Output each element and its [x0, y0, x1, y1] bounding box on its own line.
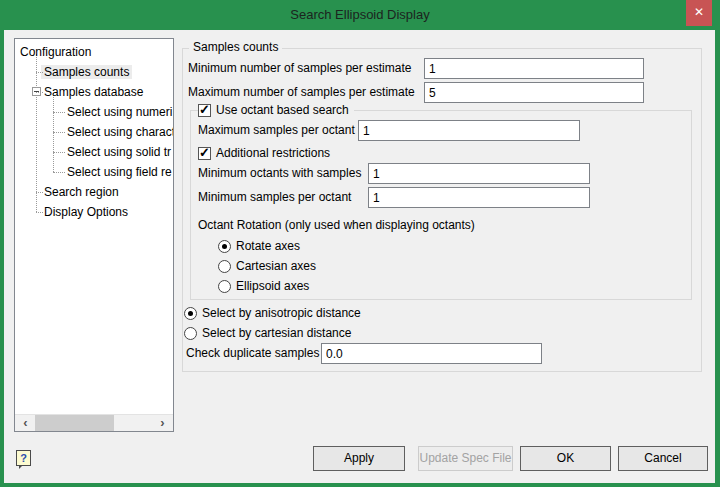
additional-restrictions-checkbox[interactable]: Additional restrictions — [198, 145, 335, 161]
radio-label: Rotate axes — [236, 239, 300, 253]
min-samples-input[interactable] — [424, 58, 644, 79]
configuration-tree: Configuration Samples counts Samples dat… — [14, 38, 174, 432]
titlebar: Search Ellipsoid Display ✕ — [0, 0, 720, 30]
radio-unselected-icon — [184, 327, 197, 340]
tree-item-search-region[interactable]: Search region — [44, 183, 119, 202]
radio-unselected-icon — [218, 260, 231, 273]
radio-label: Ellipsoid axes — [236, 279, 309, 293]
radio-label: Cartesian axes — [236, 259, 316, 273]
help-glyph: ? — [20, 452, 27, 464]
checkbox-label: Additional restrictions — [216, 146, 330, 160]
tree-item-select-numeric[interactable]: Select using numeri — [67, 103, 172, 122]
scroll-left-icon[interactable]: ‹ — [17, 415, 34, 432]
ok-button[interactable]: OK — [520, 446, 611, 471]
tree-horizontal-scrollbar[interactable]: ‹ › — [15, 414, 173, 431]
tree-item-display-options[interactable]: Display Options — [44, 203, 128, 222]
max-per-octant-input[interactable] — [358, 120, 580, 141]
apply-button[interactable]: Apply — [313, 446, 405, 471]
tree-item-label: Search region — [44, 185, 119, 199]
tree-item-samples-database[interactable]: Samples database — [44, 83, 143, 102]
radio-unselected-icon — [218, 280, 231, 293]
help-icon[interactable]: ? — [16, 450, 31, 466]
check-duplicate-label: Check duplicate samples — [186, 343, 319, 364]
octant-rotation-label: Octant Rotation (only used when displayi… — [198, 215, 475, 236]
max-samples-input[interactable] — [424, 82, 644, 103]
update-spec-file-button[interactable]: Update Spec File — [418, 446, 513, 471]
ellipsoid-axes-radio[interactable]: Ellipsoid axes — [218, 278, 309, 294]
tree-item-configuration[interactable]: Configuration — [20, 43, 91, 62]
select-anisotropic-radio[interactable]: Select by anisotropic distance — [184, 305, 361, 321]
scrollbar-thumb[interactable] — [35, 415, 114, 432]
rotate-axes-radio[interactable]: Rotate axes — [218, 238, 300, 254]
radio-selected-icon — [184, 307, 197, 320]
tree-item-label: Configuration — [20, 45, 91, 59]
min-octants-input[interactable] — [368, 163, 590, 184]
min-samples-label: Minimum number of samples per estimate — [188, 58, 411, 79]
tree-item-select-character[interactable]: Select using charact — [67, 123, 174, 142]
cancel-button[interactable]: Cancel — [618, 446, 708, 471]
min-octants-label: Minimum octants with samples — [198, 163, 361, 184]
use-octant-checkbox[interactable]: Use octant based search — [198, 102, 354, 118]
search-ellipsoid-dialog: Search Ellipsoid Display ✕ Configuration… — [0, 0, 720, 487]
min-per-octant-label: Minimum samples per octant — [198, 187, 351, 208]
scroll-right-icon[interactable]: › — [154, 415, 171, 432]
check-duplicate-input[interactable] — [321, 343, 542, 364]
tree-item-label: Samples database — [44, 85, 143, 99]
radio-selected-icon — [218, 240, 231, 253]
tree-item-samples-counts[interactable]: Samples counts — [44, 63, 132, 82]
radio-label: Select by anisotropic distance — [202, 306, 361, 320]
checkbox-label: Use octant based search — [216, 103, 349, 117]
radio-label: Select by cartesian distance — [202, 326, 351, 340]
tree-item-label: Samples counts — [41, 65, 132, 79]
tree-item-select-field[interactable]: Select using field re — [67, 163, 172, 182]
group-title: Samples counts — [189, 40, 282, 54]
checkbox-checked-icon — [198, 104, 211, 117]
tree-item-label: Select using field re — [67, 165, 172, 179]
checkbox-checked-icon — [198, 147, 211, 160]
tree-item-select-solid[interactable]: Select using solid tr — [67, 143, 171, 162]
close-button[interactable]: ✕ — [686, 0, 712, 26]
max-per-octant-label: Maximum samples per octant — [198, 120, 355, 141]
tree-item-label: Select using numeri — [67, 105, 172, 119]
window-title: Search Ellipsoid Display — [0, 0, 720, 30]
min-per-octant-input[interactable] — [368, 187, 590, 208]
tree-item-label: Display Options — [44, 205, 128, 219]
tree-item-label: Select using charact — [67, 125, 174, 139]
max-samples-label: Maximum number of samples per estimate — [188, 82, 415, 103]
dialog-content: Configuration Samples counts Samples dat… — [4, 30, 715, 483]
select-cartesian-radio[interactable]: Select by cartesian distance — [184, 325, 351, 341]
tree-connector — [36, 54, 37, 212]
cartesian-axes-radio[interactable]: Cartesian axes — [218, 258, 316, 274]
close-icon: ✕ — [694, 5, 704, 19]
tree-item-label: Select using solid tr — [67, 145, 171, 159]
